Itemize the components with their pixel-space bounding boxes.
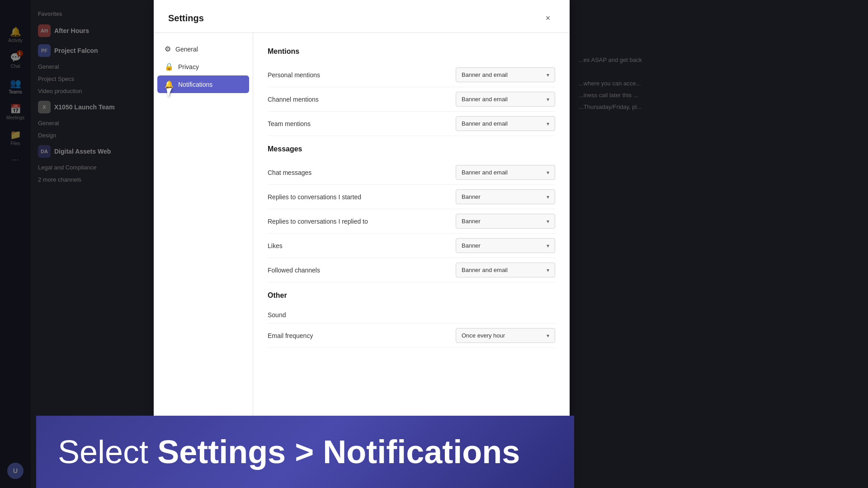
nav-label-general: General — [175, 46, 198, 53]
sound-label: Sound — [268, 311, 555, 319]
nav-item-general[interactable]: ⚙ General — [157, 40, 249, 58]
team-mentions-dropdown[interactable]: Banner and email ▾ — [456, 116, 555, 131]
personal-mentions-label: Personal mentions — [268, 71, 456, 79]
likes-dropdown[interactable]: Banner ▾ — [456, 238, 555, 253]
other-section-header: Other — [268, 291, 555, 300]
notifications-icon: 🔔 — [165, 80, 174, 89]
general-icon: ⚙ — [165, 45, 171, 53]
setting-followed-channels: Followed channels Banner and email ▾ — [268, 258, 555, 282]
likes-value: Banner — [462, 242, 481, 249]
followed-channels-label: Followed channels — [268, 267, 456, 274]
nav-label-privacy: Privacy — [178, 63, 199, 70]
replies-replied-dropdown[interactable]: Banner ▾ — [456, 214, 555, 229]
replies-replied-label: Replies to conversations I replied to — [268, 218, 456, 225]
modal-title: Settings — [168, 13, 204, 23]
chevron-down-icon: ▾ — [547, 72, 549, 78]
setting-email-frequency: Email frequency Once every hour ▾ — [268, 324, 555, 348]
replies-started-dropdown[interactable]: Banner ▾ — [456, 189, 555, 204]
messages-section-header: Messages — [268, 145, 555, 153]
personal-mentions-dropdown[interactable]: Banner and email ▾ — [456, 67, 555, 82]
setting-personal-mentions: Personal mentions Banner and email ▾ — [268, 63, 555, 87]
privacy-icon: 🔒 — [165, 62, 174, 71]
email-frequency-label: Email frequency — [268, 332, 456, 339]
email-frequency-value: Once every hour — [462, 332, 505, 339]
chevron-down-icon: ▾ — [547, 267, 549, 273]
chevron-down-icon: ▾ — [547, 121, 549, 127]
followed-channels-dropdown[interactable]: Banner and email ▾ — [456, 263, 555, 277]
nav-item-notifications[interactable]: 🔔 Notifications — [157, 75, 249, 93]
email-frequency-dropdown[interactable]: Once every hour ▾ — [456, 328, 555, 343]
team-mentions-label: Team mentions — [268, 120, 456, 127]
chevron-down-icon: ▾ — [547, 333, 549, 339]
setting-channel-mentions: Channel mentions Banner and email ▾ — [268, 87, 555, 112]
setting-team-mentions: Team mentions Banner and email ▾ — [268, 112, 555, 136]
followed-channels-value: Banner and email — [462, 267, 508, 273]
setting-likes: Likes Banner ▾ — [268, 234, 555, 258]
replies-started-value: Banner — [462, 193, 481, 200]
chat-messages-label: Chat messages — [268, 169, 456, 176]
replies-replied-value: Banner — [462, 218, 481, 225]
close-button[interactable]: × — [541, 11, 555, 25]
nav-label-notifications: Notifications — [178, 81, 212, 88]
personal-mentions-value: Banner and email — [462, 71, 508, 78]
chat-messages-dropdown[interactable]: Banner and email ▾ — [456, 165, 555, 180]
setting-chat-messages: Chat messages Banner and email ▾ — [268, 160, 555, 185]
banner-bold-text: Settings > Notifications — [157, 434, 520, 470]
setting-replies-replied: Replies to conversations I replied to Ba… — [268, 209, 555, 234]
setting-sound: Sound — [268, 307, 555, 324]
mentions-section-header: Mentions — [268, 47, 555, 56]
nav-item-privacy[interactable]: 🔒 Privacy — [157, 58, 249, 75]
chevron-down-icon: ▾ — [547, 96, 549, 103]
chevron-down-icon: ▾ — [547, 218, 549, 225]
likes-label: Likes — [268, 242, 456, 249]
banner-text: Select Settings > Notifications — [58, 433, 520, 470]
channel-mentions-value: Banner and email — [462, 96, 508, 103]
team-mentions-value: Banner and email — [462, 120, 508, 127]
replies-started-label: Replies to conversations I started — [268, 193, 456, 201]
settings-modal: Settings × ⚙ General 🔒 Privacy 🔔 Notific… — [154, 0, 570, 488]
modal-header: Settings × — [154, 0, 570, 33]
chevron-down-icon: ▾ — [547, 169, 549, 176]
bottom-banner: Select Settings > Notifications — [36, 416, 574, 488]
chevron-down-icon: ▾ — [547, 243, 549, 249]
chevron-down-icon: ▾ — [547, 194, 549, 200]
chat-messages-value: Banner and email — [462, 169, 508, 176]
channel-mentions-label: Channel mentions — [268, 96, 456, 103]
banner-plain-text: Select — [58, 434, 157, 470]
channel-mentions-dropdown[interactable]: Banner and email ▾ — [456, 92, 555, 107]
setting-replies-started: Replies to conversations I started Banne… — [268, 185, 555, 209]
